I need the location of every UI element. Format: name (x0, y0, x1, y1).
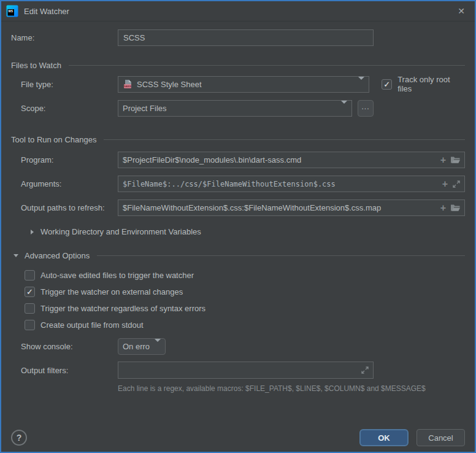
file-type-label: File type: (11, 80, 118, 89)
name-label: Name: (11, 33, 118, 42)
advanced-options-disclosure[interactable]: Advanced Options (11, 251, 90, 260)
stdout-checkbox[interactable] (25, 320, 35, 330)
section-tool-to-run: Tool to Run on Changes (11, 135, 465, 144)
section-divider (97, 255, 465, 256)
output-filters-input[interactable] (118, 362, 374, 379)
autosave-label: Auto-save edited files to trigger the wa… (40, 271, 194, 280)
chevron-down-icon (341, 104, 347, 113)
expand-field-icon[interactable] (361, 366, 369, 374)
program-label: Program: (11, 155, 118, 165)
autosave-checkbox[interactable] (25, 270, 35, 281)
section-files-to-watch: Files to Watch (11, 61, 465, 70)
name-input[interactable] (118, 29, 374, 46)
help-icon: ? (17, 433, 22, 443)
working-directory-disclosure[interactable]: Working Directory and Environment Variab… (11, 227, 465, 236)
external-changes-checkbox[interactable]: ✓ (25, 287, 35, 297)
arguments-value: $FileName$:../css/$FileNameWithoutExtens… (123, 180, 437, 188)
arguments-row: Arguments: $FileName$:../css/$FileNameWi… (11, 176, 465, 192)
section-divider (104, 139, 465, 140)
section-divider (69, 65, 465, 66)
checkbox-row-external-changes[interactable]: ✓ Trigger the watcher on external change… (11, 287, 465, 297)
output-paths-input[interactable]: $FileNameWithoutExtension$.css:$FileName… (118, 199, 465, 216)
svg-text:WS: WS (9, 10, 13, 13)
insert-macro-icon[interactable]: + (440, 155, 446, 165)
stdout-label: Create output file from stdout (40, 320, 144, 330)
check-icon: ✓ (383, 80, 390, 88)
output-filters-label: Output filters: (11, 366, 118, 375)
insert-macro-icon[interactable]: + (442, 179, 448, 189)
working-directory-label: Working Directory and Environment Variab… (40, 227, 201, 236)
show-console-label: Show console: (11, 342, 118, 351)
chevron-down-icon (358, 80, 364, 89)
syntax-errors-label: Trigger the watcher regardless of syntax… (40, 304, 205, 313)
help-button[interactable]: ? (11, 430, 27, 446)
checkbox-row-autosave[interactable]: Auto-save edited files to trigger the wa… (11, 270, 465, 281)
scss-file-icon: SASS (123, 79, 132, 89)
dialog-content: Name: Files to Watch File type: SASS SCS… (1, 29, 475, 393)
section-title: Files to Watch (11, 61, 61, 70)
webstorm-app-icon: WS (6, 5, 18, 17)
program-value: $ProjectFileDir$\node_modules\.bin\dart-… (123, 155, 436, 165)
section-advanced-options: Advanced Options (11, 251, 465, 260)
file-type-value: SCSS Style Sheet (137, 80, 353, 89)
chevron-right-icon (27, 230, 37, 234)
output-paths-row: Output paths to refresh: $FileNameWithou… (11, 199, 465, 216)
output-filters-hint: Each line is a regex, available macros: … (118, 384, 465, 393)
svg-text:SASS: SASS (124, 85, 131, 88)
chevron-down-icon (155, 342, 161, 351)
track-only-root-files-label: Track only root files (397, 75, 465, 93)
file-type-dropdown[interactable]: SASS SCSS Style Sheet (118, 76, 369, 93)
show-console-row: Show console: On error (11, 338, 465, 355)
advanced-options-label: Advanced Options (25, 251, 90, 260)
scope-dropdown[interactable]: Project Files (118, 100, 352, 117)
dialog-title: Edit Watcher (24, 7, 69, 16)
close-icon[interactable]: ✕ (455, 6, 467, 17)
program-input[interactable]: $ProjectFileDir$\node_modules\.bin\dart-… (118, 152, 465, 168)
section-title: Tool to Run on Changes (11, 135, 96, 144)
arguments-input[interactable]: $FileName$:../css/$FileNameWithoutExtens… (118, 176, 465, 192)
check-icon: ✓ (26, 288, 33, 296)
name-row: Name: (11, 29, 465, 46)
chevron-down-icon (11, 254, 21, 257)
file-type-row: File type: SASS SCSS Style Sheet ✓ Track… (11, 75, 465, 93)
track-only-root-files-checkbox-row[interactable]: ✓ Track only root files (382, 75, 465, 93)
syntax-errors-checkbox[interactable] (25, 303, 35, 314)
ok-button[interactable]: OK (359, 429, 409, 446)
scope-label: Scope: (11, 104, 118, 113)
show-console-value: On error (123, 342, 150, 351)
folder-browse-icon[interactable] (451, 156, 460, 164)
output-paths-label: Output paths to refresh: (11, 203, 118, 212)
cancel-button[interactable]: Cancel (416, 429, 465, 446)
insert-macro-icon[interactable]: + (440, 203, 446, 213)
arguments-label: Arguments: (11, 179, 118, 188)
expand-field-icon[interactable] (453, 180, 460, 188)
scope-value: Project Files (123, 104, 336, 113)
external-changes-label: Trigger the watcher on external changes (40, 287, 183, 296)
output-paths-value: $FileNameWithoutExtension$.css:$FileName… (123, 203, 436, 212)
scope-browse-button[interactable]: ... (358, 100, 374, 117)
show-console-dropdown[interactable]: On error (118, 338, 166, 355)
track-only-root-files-checkbox[interactable]: ✓ (382, 79, 392, 90)
titlebar: WS Edit Watcher ✕ (1, 1, 475, 21)
footer: ? OK Cancel (11, 429, 465, 446)
program-row: Program: $ProjectFileDir$\node_modules\.… (11, 152, 465, 168)
scope-row: Scope: Project Files ... (11, 100, 465, 117)
output-filters-row: Output filters: (11, 362, 465, 379)
folder-browse-icon[interactable] (451, 204, 460, 212)
edit-watcher-dialog: WS Edit Watcher ✕ Name: Files to Watch F… (0, 0, 476, 453)
checkbox-row-stdout[interactable]: Create output file from stdout (11, 320, 465, 330)
checkbox-row-syntax-errors[interactable]: Trigger the watcher regardless of syntax… (11, 303, 465, 314)
